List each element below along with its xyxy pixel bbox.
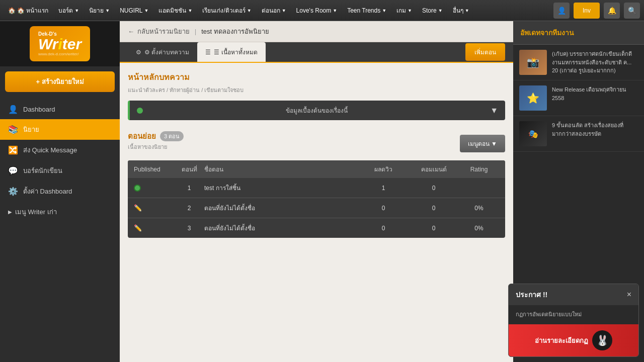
- nav-home[interactable]: 🏠 🏠 หน้าแรก: [4, 4, 52, 17]
- popup-header: ประกาศ !! ×: [509, 284, 638, 305]
- gear-icon: ⚙: [136, 49, 141, 56]
- top-navigation: 🏠 🏠 หน้าแรก บอร์ด ▼ นิยาย ▼ NUGIRL ▼ แอด…: [0, 0, 644, 21]
- sidebar-label-novel: นิยาย: [23, 124, 39, 135]
- nav-board[interactable]: บอร์ด ▼: [54, 4, 83, 17]
- nav-admission[interactable]: แอดมิชชัน ▼: [154, 4, 196, 17]
- popup-title: ประกาศ !!: [516, 289, 547, 300]
- nav-teentrends[interactable]: Teen Trends ▼: [343, 5, 390, 16]
- expand-icon: ▶: [8, 209, 12, 215]
- popup-box: ประกาศ !! × กฏการอัพเดตนิยายแบบใหม่ อ่าน…: [508, 284, 639, 357]
- edit-icon[interactable]: ✏️: [134, 224, 142, 232]
- nav-store[interactable]: Store ▼: [418, 5, 447, 16]
- quickmsg-icon: 🔀: [8, 145, 18, 155]
- news-thumb-2: ⭐: [519, 85, 547, 111]
- row2-rating: 0%: [459, 205, 499, 212]
- row3-title[interactable]: ตอนที่ยังไม่ได้ตั้งชื่อ: [204, 223, 358, 233]
- table-header: Published ตอนที่ ชื่อตอน ผลดวิว คอมเมนต์…: [128, 160, 505, 178]
- col-header-comments: คอมเมนต์: [409, 164, 459, 174]
- news-text-2: New Release เดือนพฤศจิกายน 2558: [552, 85, 638, 111]
- row1-status: [134, 185, 174, 192]
- sidebar-item-oldwriter[interactable]: ▶ เมนู Writer เก่า: [0, 202, 120, 222]
- section-sub: แนะนำตัวละคร / ทักทายผู้อ่าน / เขียนตามใ…: [128, 85, 505, 95]
- ep-title: ตอนย่อย: [128, 130, 156, 142]
- sidebar-item-dashboard[interactable]: 👤 Dashboard: [0, 100, 120, 119]
- row1-title[interactable]: test การใส่ชิ้น: [204, 183, 358, 193]
- info-box[interactable]: ข้อมูลเบื้องต้นของเรื่องนี้ ▼: [128, 101, 505, 120]
- row3-views: 0: [358, 225, 409, 232]
- ep-title-group: ตอนย่อย 3 ตอน เนื้อหาของนิยาย: [128, 130, 184, 156]
- popup-content: กฏการอัพเดตนิยายแบบใหม่: [509, 305, 638, 324]
- col-header-views: ผลดวิว: [358, 164, 409, 174]
- sidebar-label-dashboard: Dashboard: [23, 106, 55, 113]
- news-item-1[interactable]: 📸 (เก้บค) บรรยากาศดนักเขียนเด็กดี งานมหก…: [513, 45, 644, 80]
- row2-comments: 0: [409, 205, 459, 212]
- table-row[interactable]: ✏️ 3 ตอนที่ยังไม่ได้ตั้งชื่อ 0 0 0%: [128, 218, 505, 238]
- nav-abroad[interactable]: ต่อนอก ▼: [258, 4, 290, 17]
- tab-content-label: ☰ เนื้อหาทั้งหมด: [214, 47, 257, 57]
- row1-num: 1: [174, 185, 204, 192]
- popup-action-button[interactable]: อ่านรายละเอียดกฏ 🐰: [509, 324, 638, 356]
- sidebar: Dek-D's Writer www.dek-d.com/writer/ + ส…: [0, 21, 120, 362]
- nav-novel[interactable]: นิยาย ▼: [85, 4, 114, 17]
- nav-notification-icon[interactable]: 🔔: [604, 3, 620, 19]
- news-thumb-1: 📸: [519, 50, 547, 75]
- sidebar-item-board[interactable]: 💬 บอร์ดนักเขียน: [0, 160, 120, 181]
- news-thumb-3: 🎭: [519, 121, 547, 146]
- sidebar-item-novel[interactable]: 📚 นิยาย: [0, 119, 120, 140]
- nav-inv-button[interactable]: Inv: [574, 3, 600, 19]
- nav-games[interactable]: เกม ▼: [392, 4, 416, 17]
- row3-rating: 0%: [459, 225, 499, 232]
- nav-other[interactable]: อื่นๆ ▼: [449, 4, 473, 17]
- row2-num: 2: [174, 205, 204, 212]
- ep-sub: เนื้อหาของนิยาย: [128, 142, 184, 151]
- episodes-header: ตอนย่อย 3 ตอน เนื้อหาของนิยาย เมนูตอน ▼: [128, 130, 505, 156]
- list-icon: ☰: [205, 49, 211, 56]
- table-row[interactable]: 1 test การใส่ชิ้น 1 0: [128, 178, 505, 198]
- nav-avatar-icon[interactable]: 👤: [553, 3, 570, 19]
- table-row[interactable]: ✏️ 2 ตอนที่ยังไม่ได้ตั้งชื่อ 0 0 0%: [128, 198, 505, 218]
- logo-url: www.dek-d.com/writer/: [38, 52, 78, 56]
- rabbit-icon: 🐰: [592, 330, 612, 350]
- sidebar-label-board: บอร์ดนักเขียน: [23, 165, 62, 176]
- col-header-published: Published: [134, 166, 174, 173]
- nav-nugirl[interactable]: NUGIRL ▼: [116, 5, 152, 16]
- sidebar-item-settings[interactable]: ⚙️ ตั้งค่า Dashboard: [0, 181, 120, 202]
- tabs-bar: ⚙ ⚙ ตั้งค่าบทความ ☰ ☰ เนื้อหาทั้งหมด เพิ…: [120, 42, 513, 63]
- sidebar-label-quickmsg: ส่ง Quick Message: [23, 145, 77, 155]
- back-button[interactable]: ← กลับหน้ารวมนิยาย: [128, 26, 190, 37]
- sidebar-label-settings: ตั้งค่า Dashboard: [23, 186, 72, 197]
- breadcrumb-bar: ← กลับหน้ารวมนิยาย | test ทดลองการอัพนิย…: [120, 21, 513, 42]
- nav-tutor[interactable]: เรียนเก่ง/ติวเตอร์ ▼: [198, 4, 255, 17]
- create-novel-button[interactable]: + สร้างนิยายใหม่: [5, 71, 115, 92]
- row3-comments: 0: [409, 225, 459, 232]
- row2-views: 0: [358, 205, 409, 212]
- col-header-num: ตอนที่: [174, 164, 204, 174]
- nav-lovesroom[interactable]: Love's Room ▼: [292, 5, 342, 16]
- news-item-2[interactable]: ⭐ New Release เดือนพฤศจิกายน 2558: [513, 80, 644, 116]
- row2-title[interactable]: ตอนที่ยังไม่ได้ตั้งชื่อ: [204, 203, 358, 213]
- add-episode-button[interactable]: เพิ่มตอน: [465, 43, 505, 61]
- row3-num: 3: [174, 225, 204, 232]
- col-header-rating: Rating: [459, 166, 499, 173]
- edit-icon[interactable]: ✏️: [134, 204, 142, 212]
- menu-ep-label: เมนูตอน ▼: [468, 139, 497, 148]
- sidebar-menu: 👤 Dashboard 📚 นิยาย 🔀 ส่ง Quick Message …: [0, 97, 120, 362]
- menu-episode-button[interactable]: เมนูตอน ▼: [460, 135, 505, 152]
- news-text-3: 9 ขั้นตอนลัด สร้างเรื่องสยองที่ มากกว่าส…: [552, 121, 638, 146]
- tab-content[interactable]: ☰ ☰ เนื้อหาทั้งหมด: [197, 42, 265, 62]
- sidebar-item-quickmsg[interactable]: 🔀 ส่ง Quick Message: [0, 140, 120, 160]
- settings-icon: ⚙️: [8, 187, 18, 196]
- news-item-3[interactable]: 🎭 9 ขั้นตอนลัด สร้างเรื่องสยองที่ มากกว่…: [513, 116, 644, 152]
- news-text-1: (เก้บค) บรรยากาศดนักเขียนเด็กดี งานมหกรร…: [552, 50, 638, 75]
- info-box-expand-icon[interactable]: ▼: [490, 106, 498, 115]
- row3-status: ✏️: [134, 224, 174, 232]
- sidebar-label-oldwriter: เมนู Writer เก่า: [15, 207, 57, 217]
- main-content: หน้าหลักบทความ แนะนำตัวละคร / ทักทายผู้อ…: [120, 63, 513, 362]
- nav-search-icon[interactable]: 🔍: [624, 3, 640, 19]
- ep-count-badge: 3 ตอน: [160, 131, 184, 141]
- popup-close-button[interactable]: ×: [627, 290, 631, 299]
- tab-settings-label: ⚙ ตั้งค่าบทความ: [144, 47, 189, 57]
- ep-title-row: ตอนย่อย 3 ตอน: [128, 130, 184, 142]
- col-header-title: ชื่อตอน: [204, 164, 358, 174]
- tab-settings[interactable]: ⚙ ⚙ ตั้งค่าบทความ: [128, 42, 197, 62]
